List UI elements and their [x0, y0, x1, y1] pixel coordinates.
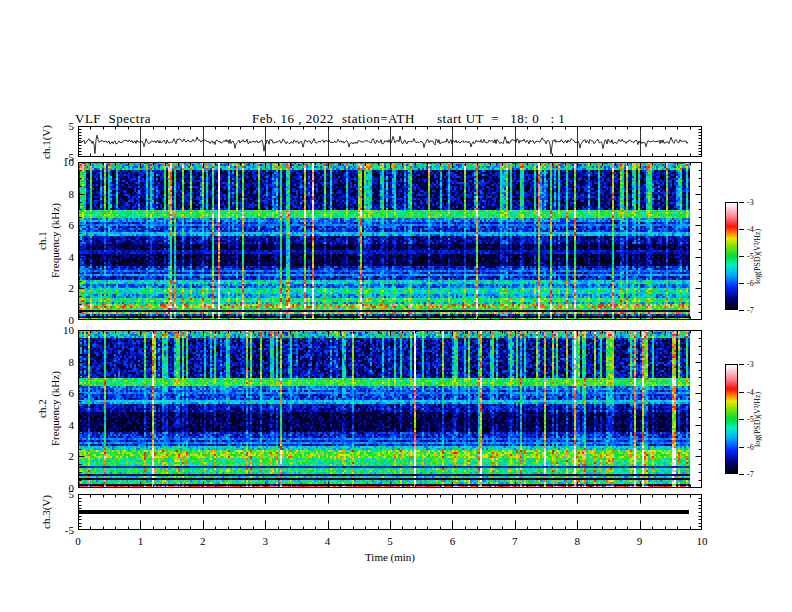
freq-tick-label-spec2: 2: [50, 450, 74, 462]
colorbar-tick-label-1: -5: [747, 252, 754, 261]
x-tick-label: 10: [697, 535, 708, 547]
colorbar-2-label: log(PSD)(V²/Hz): [753, 379, 762, 459]
colorbar-tick-label-1: -6: [747, 279, 754, 288]
colorbar-tick-label-2: -5: [747, 415, 754, 424]
colorbar-tick-label-2: -3: [747, 360, 754, 369]
station-label: station=ATH: [342, 111, 415, 127]
x-tick-label: 8: [574, 535, 580, 547]
x-tick-label: 5: [387, 535, 393, 547]
colorbar-tick-label-2: -6: [747, 442, 754, 451]
freq-tick-label-spec2: 8: [50, 356, 74, 368]
ch2-spectrogram-canvas: [78, 330, 702, 488]
x-axis-title: Time (min): [365, 551, 415, 563]
colorbar-tick-mark: [739, 474, 744, 475]
colorbar-1-gradient: [725, 202, 738, 310]
x-tick-label: 4: [325, 535, 331, 547]
colorbar-tick-label-2: -4: [747, 387, 754, 396]
colorbar-tick-label-1: -4: [747, 225, 754, 234]
colorbar-tick-label-1: -7: [747, 306, 754, 315]
colorbar-1-label: log(PSD)(V²/Hz): [753, 216, 762, 296]
x-tick-label: 7: [512, 535, 518, 547]
ch3-waveform-canvas: [78, 494, 702, 530]
freq-tick-label-spec2: 4: [50, 419, 74, 431]
colorbar-tick-mark: [739, 392, 744, 393]
freq-tick-label-spec1: 2: [50, 282, 74, 294]
date-label: Feb. 16 , 2022: [252, 111, 334, 127]
colorbar-tick-mark: [739, 229, 744, 230]
colorbar-tick-mark: [739, 256, 744, 257]
colorbar-tick-mark: [739, 283, 744, 284]
ch1-spectrogram-panel: [78, 162, 702, 320]
freq-tick-label-spec1: 4: [50, 251, 74, 263]
x-tick-label: 0: [75, 535, 81, 547]
ch2-spectrogram-panel: [78, 330, 702, 488]
ch1-waveform-canvas: [78, 126, 702, 157]
volt-tick-label-ch1: 5: [50, 120, 74, 132]
colorbar-tick-mark: [739, 364, 744, 365]
vlf-spectra-figure: VLF Spectra Feb. 16 , 2022 station=ATH s…: [0, 0, 792, 612]
colorbar-tick-label-1: -3: [747, 198, 754, 207]
freq-tick-label-spec2: 10: [50, 324, 74, 336]
colorbar-tick-mark: [739, 202, 744, 203]
colorbar-tick-mark: [739, 310, 744, 311]
freq-tick-label-spec1: 8: [50, 188, 74, 200]
colorbar-tick-mark: [739, 447, 744, 448]
ch3-waveform-panel: [78, 494, 702, 530]
ch1-waveform-panel: [78, 126, 702, 157]
x-tick-label: 9: [637, 535, 643, 547]
colorbar-2-gradient: [725, 364, 738, 474]
start-ut-label: start UT = 18: 0 : 1: [437, 111, 565, 127]
volt-tick-label-ch1: -5: [50, 151, 74, 163]
ch1-spectrogram-canvas: [78, 162, 702, 320]
x-tick-label: 2: [200, 535, 206, 547]
volt-tick-label-ch3: 5: [50, 488, 74, 500]
freq-tick-label-spec2: 6: [50, 387, 74, 399]
colorbar-1: [725, 202, 738, 310]
colorbar-tick-mark: [739, 419, 744, 420]
x-tick-label: 3: [262, 535, 268, 547]
x-tick-label: 6: [450, 535, 456, 547]
page-title: VLF Spectra: [75, 111, 151, 127]
x-tick-label: 1: [138, 535, 144, 547]
colorbar-tick-label-2: -7: [747, 470, 754, 479]
volt-tick-label-ch3: -5: [50, 524, 74, 536]
colorbar-2: [725, 364, 738, 474]
freq-tick-label-spec1: 6: [50, 219, 74, 231]
